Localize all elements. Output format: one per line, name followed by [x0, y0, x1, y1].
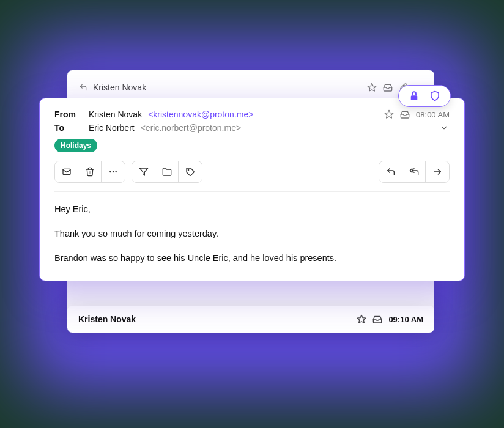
message-list-row[interactable]: Kristen Novak 09:10 AM	[67, 306, 434, 333]
star-icon[interactable]	[384, 109, 394, 119]
reply-icon	[78, 83, 88, 92]
svg-marker-0	[368, 83, 376, 91]
from-row: From Kristen Novak <kristennovak@proton.…	[54, 109, 450, 119]
divider	[54, 191, 450, 192]
email-toolbar	[54, 161, 450, 183]
reply-all-button[interactable]	[402, 161, 426, 182]
chevron-down-icon[interactable]	[439, 124, 450, 132]
from-email[interactable]: <kristennovak@proton.me>	[148, 109, 253, 119]
email-detail-card: From Kristen Novak <kristennovak@proton.…	[39, 98, 465, 281]
bottom-time: 09:10 AM	[388, 315, 423, 324]
bottom-sender-name: Kristen Novak	[78, 314, 350, 324]
move-folder-button[interactable]	[155, 161, 179, 182]
inbox-icon[interactable]	[383, 83, 393, 92]
security-pill[interactable]	[398, 85, 451, 107]
lock-icon	[409, 90, 420, 101]
trash-button[interactable]	[78, 161, 102, 182]
email-time: 08:00 AM	[416, 110, 450, 119]
svg-point-9	[188, 169, 188, 170]
svg-rect-2	[411, 95, 418, 100]
to-row: To Eric Norbert <eric.norbert@proton.me>	[54, 123, 450, 133]
label-button[interactable]	[179, 161, 202, 182]
back-sender-name: Kristen Novak	[93, 83, 362, 92]
reply-button[interactable]	[379, 161, 402, 182]
mark-read-button[interactable]	[55, 161, 78, 182]
star-icon[interactable]	[367, 83, 377, 92]
email-body: Hey Eric, Thank you so much for coming y…	[54, 203, 450, 265]
inbox-icon[interactable]	[372, 314, 382, 324]
svg-point-6	[113, 171, 114, 172]
shield-icon	[429, 90, 440, 101]
star-icon[interactable]	[357, 314, 366, 324]
from-label: From	[54, 109, 83, 119]
body-paragraph: Thank you so much for coming yesterday.	[54, 227, 450, 241]
to-email[interactable]: <eric.norbert@proton.me>	[141, 123, 241, 133]
svg-marker-1	[358, 315, 366, 323]
label-tag[interactable]: Holidays	[54, 139, 97, 152]
forward-button[interactable]	[426, 161, 449, 182]
svg-point-7	[115, 171, 116, 172]
svg-marker-8	[139, 168, 147, 175]
inbox-icon[interactable]	[400, 109, 410, 119]
body-paragraph: Brandon was so happy to see his Uncle Er…	[54, 252, 450, 265]
svg-marker-3	[385, 110, 393, 118]
svg-point-5	[109, 171, 111, 172]
body-paragraph: Hey Eric,	[54, 203, 450, 216]
from-name: Kristen Novak	[89, 109, 142, 119]
to-label: To	[54, 123, 83, 133]
more-button[interactable]	[102, 161, 125, 182]
filter-button[interactable]	[132, 161, 155, 182]
to-name: Eric Norbert	[89, 123, 135, 133]
